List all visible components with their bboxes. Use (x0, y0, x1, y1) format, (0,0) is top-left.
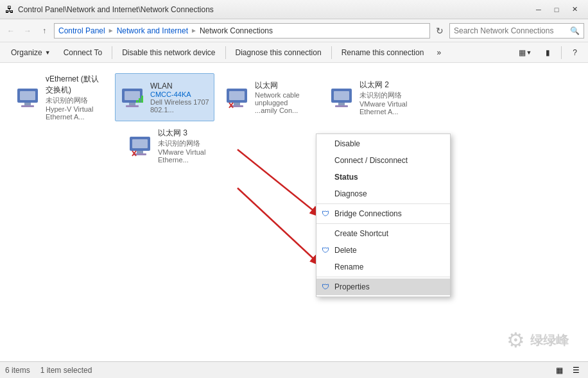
context-menu-shortcut[interactable]: Create Shortcut (316, 225, 450, 242)
search-input[interactable] (454, 26, 567, 35)
status-label: Status (334, 173, 358, 182)
network-item-info: 以太网 2 未识别的网络 VMware Virtual Ethernet A..… (359, 80, 419, 116)
svg-rect-6 (129, 103, 135, 105)
svg-rect-10 (141, 96, 143, 103)
network-item-status: 未识别的网络 (359, 90, 419, 100)
network-item-desc: VMware Virtual Etherne... (158, 148, 218, 164)
network-item-name: 以太网 2 (359, 80, 419, 90)
view-icon: ▦ (519, 48, 526, 57)
context-menu-separator-1 (316, 203, 450, 204)
watermark: ⚙ 绿绿峰 (506, 328, 569, 352)
context-menu-diagnose[interactable]: Diagnose (316, 185, 450, 202)
ethernet3-icon (127, 133, 153, 159)
network-item-desc: ...amily Con... (255, 107, 315, 114)
context-menu-rename[interactable]: Rename (316, 259, 450, 275)
wlan-icon (119, 85, 145, 110)
network-item-info: WLAN CMCC-44KA Dell Wireless 1707 802.1.… (150, 82, 210, 114)
context-menu-separator-3 (316, 277, 450, 277)
help-button[interactable]: ? (567, 44, 583, 61)
svg-rect-9 (139, 98, 141, 103)
list-item[interactable]: WLAN CMCC-44KA Dell Wireless 1707 802.1.… (115, 73, 214, 121)
grid-area: vEthernet (默认交换机) 未识别的网络 Hyper-V Virtual… (0, 63, 588, 361)
properties-label: Properties (334, 282, 370, 291)
breadcrumb: Control Panel ► Network and Internet ► N… (54, 23, 430, 39)
ethernet2-icon (329, 85, 354, 110)
svg-rect-8 (136, 100, 138, 103)
svg-rect-12 (229, 91, 245, 100)
back-button[interactable]: ← (4, 24, 18, 38)
toolbar-separator-1 (112, 46, 112, 59)
window-icon: 🖧 (5, 4, 14, 15)
context-menu-separator-2 (316, 223, 450, 224)
network-item-name: 以太网 3 (158, 128, 218, 139)
bridge-label: Bridge Connections (334, 209, 402, 218)
list-item[interactable]: vEthernet (默认交换机) 未识别的网络 Hyper-V Virtual… (10, 73, 110, 121)
address-bar: ← → ↑ Control Panel ► Network and Intern… (0, 19, 588, 42)
search-box: 🔍 (449, 23, 584, 39)
breadcrumb-network-internet[interactable]: Network and Internet (117, 26, 188, 35)
pane-button[interactable]: ▮ (540, 44, 556, 61)
refresh-button[interactable]: ↻ (433, 24, 447, 38)
selection-status: 1 item selected (40, 366, 92, 375)
svg-rect-19 (338, 103, 345, 105)
up-button[interactable]: ↑ (37, 24, 51, 38)
network-item-desc: Dell Wireless 1707 802.1... (150, 98, 210, 114)
view-large-icon-button[interactable]: ▦ (552, 365, 566, 376)
view-details-button[interactable]: ☰ (569, 365, 583, 376)
network-item-desc: VMware Virtual Ethernet A... (359, 100, 419, 116)
context-menu-bridge[interactable]: 🛡 Bridge Connections (316, 205, 450, 222)
list-item[interactable]: 以太网 Network cable unplugged ...amily Con… (220, 73, 319, 121)
svg-line-28 (238, 150, 320, 216)
network-item-info: vEthernet (默认交换机) 未识别的网络 Hyper-V Virtual… (46, 74, 105, 121)
ethernet-icon (224, 85, 250, 110)
context-menu-properties[interactable]: 🛡 Properties (316, 279, 450, 295)
view-options-button[interactable]: ▦ ▼ (513, 44, 537, 61)
bridge-shield-icon: 🛡 (320, 209, 331, 219)
network-adapter-icon (15, 85, 40, 110)
svg-line-29 (238, 188, 320, 264)
rename-button[interactable]: Rename this connection (336, 44, 430, 61)
context-menu-connect[interactable]: Connect / Disconnect (316, 152, 450, 169)
more-button[interactable]: » (431, 44, 447, 61)
svg-rect-22 (132, 139, 148, 148)
toolbar: Organize ▼ Connect To Disable this netwo… (0, 42, 588, 63)
watermark-icon: ⚙ (506, 328, 525, 352)
context-menu-delete[interactable]: 🛡 Delete (316, 242, 450, 259)
connect-to-button[interactable]: Connect To (58, 44, 108, 61)
context-menu-status[interactable]: Status (316, 169, 450, 185)
list-item[interactable]: 以太网 2 未识别的网络 VMware Virtual Ethernet A..… (324, 73, 424, 121)
svg-rect-13 (234, 103, 240, 105)
view-dropdown-icon: ▼ (526, 49, 532, 56)
svg-rect-23 (137, 151, 143, 153)
network-item-name: vEthernet (默认交换机) (46, 74, 105, 96)
svg-rect-1 (20, 91, 35, 100)
title-bar: 🖧 Control Panel\Network and Internet\Net… (0, 0, 588, 19)
shortcut-label: Create Shortcut (334, 229, 388, 238)
network-item-desc: Hyper-V Virtual Ethernet A... (46, 105, 105, 121)
rename-label: Rename (334, 262, 363, 271)
minimize-button[interactable]: ─ (530, 3, 547, 16)
context-menu: Disable Connect / Disconnect Status Diag… (316, 133, 451, 297)
list-item[interactable]: 以太网 3 未识别的网络 VMware Virtual Etherne... (123, 121, 222, 169)
network-item-info: 以太网 3 未识别的网络 VMware Virtual Etherne... (158, 128, 218, 164)
context-menu-disable[interactable]: Disable (316, 135, 450, 152)
search-icon: 🔍 (570, 26, 580, 35)
svg-rect-5 (125, 91, 140, 100)
close-button[interactable]: ✕ (566, 3, 583, 16)
organize-button[interactable]: Organize ▼ (5, 44, 56, 61)
diagnose-button[interactable]: Diagnose this connection (230, 44, 327, 61)
disable-button[interactable]: Disable this network device (116, 44, 221, 61)
breadcrumb-control-panel[interactable]: Control Panel (58, 26, 105, 35)
organize-dropdown-icon: ▼ (45, 49, 51, 56)
network-item-info: 以太网 Network cable unplugged ...amily Con… (255, 80, 315, 114)
svg-rect-18 (334, 91, 349, 100)
window-title: Control Panel\Network and Internet\Netwo… (18, 5, 214, 14)
svg-rect-7 (126, 105, 139, 107)
restore-button[interactable]: □ (548, 3, 565, 16)
forward-button[interactable]: → (21, 24, 35, 38)
main-content: vEthernet (默认交换机) 未识别的网络 Hyper-V Virtual… (0, 63, 588, 361)
svg-rect-2 (24, 103, 31, 105)
network-item-status: Network cable unplugged (255, 91, 315, 107)
watermark-text: 绿绿峰 (530, 332, 569, 349)
network-item-status: 未识别的网络 (158, 139, 218, 148)
